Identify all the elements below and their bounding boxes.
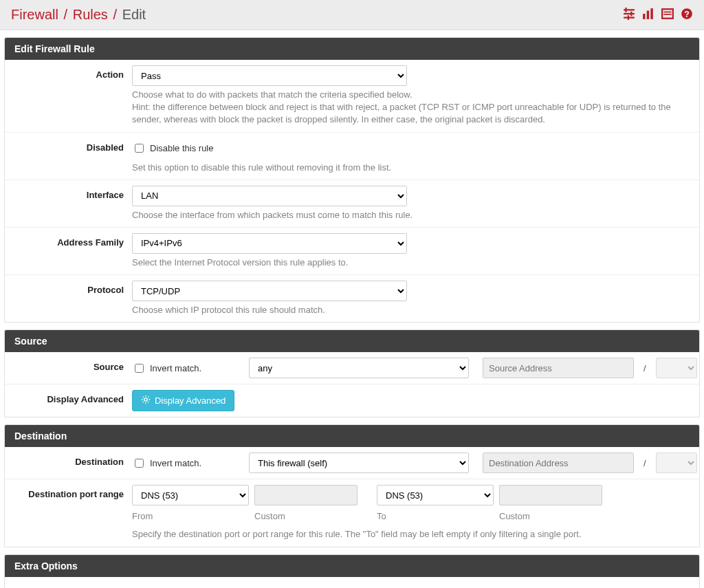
crumb-firewall[interactable]: Firewall — [11, 7, 58, 22]
dport-custom2-sublabel: Custom — [499, 511, 616, 521]
dest-invert-label: Invert match. — [150, 458, 201, 468]
help-disabled: Set this option to disable this rule wit… — [132, 162, 692, 174]
protocol-select[interactable]: TCP/UDP — [132, 281, 407, 301]
help-afamily: Select the Internet Protocol version thi… — [132, 257, 692, 269]
section-extra: Extra Options Log Log packets that are h… — [4, 554, 700, 589]
label-protocol: Protocol — [12, 281, 132, 295]
dport-from-sublabel: From — [132, 511, 249, 521]
svg-rect-5 — [628, 15, 629, 20]
source-type-select[interactable]: any — [249, 358, 469, 378]
slash-sep: / — [644, 458, 646, 468]
dest-mask-select — [656, 453, 697, 473]
label-display-advanced: Display Advanced — [12, 390, 132, 404]
svg-rect-7 — [647, 11, 649, 19]
dest-type-select[interactable]: This firewall (self) — [249, 453, 469, 473]
display-advanced-button[interactable]: Display Advanced — [132, 390, 234, 411]
section-header-extra: Extra Options — [5, 555, 699, 577]
dest-address-input — [483, 453, 634, 473]
label-action: Action — [12, 65, 132, 80]
svg-rect-10 — [663, 12, 671, 13]
slash-sep: / — [644, 363, 646, 373]
section-header-source: Source — [5, 330, 699, 352]
source-invert-label: Invert match. — [150, 363, 201, 373]
svg-rect-4 — [630, 12, 632, 17]
action-select[interactable]: Pass — [132, 65, 407, 86]
dport-to-select[interactable]: DNS (53) — [377, 485, 494, 505]
crumb-edit: Edit — [122, 7, 146, 22]
chart-icon[interactable] — [642, 8, 654, 22]
dport-from-select[interactable]: DNS (53) — [132, 485, 249, 505]
section-destination: Destination Destination Invert match. Th… — [4, 424, 700, 547]
label-interface: Interface — [12, 186, 132, 200]
dport-to-custom-input — [499, 485, 602, 505]
label-dport: Destination port range — [12, 485, 132, 499]
log-icon[interactable] — [661, 8, 674, 22]
source-address-input — [483, 358, 634, 378]
svg-rect-8 — [650, 8, 652, 19]
label-destination: Destination — [12, 453, 132, 467]
section-edit-rule: Edit Firewall Rule Action Pass Choose wh… — [4, 37, 700, 323]
crumb-sep: / — [64, 7, 68, 22]
disable-checkbox[interactable] — [135, 144, 144, 153]
help-action: Choose what to do with packets that matc… — [132, 89, 692, 127]
svg-text:?: ? — [684, 10, 690, 19]
disable-checkbox-label: Disable this rule — [150, 143, 214, 153]
label-log: Log — [12, 582, 132, 589]
dport-custom1-sublabel: Custom — [254, 511, 371, 521]
dport-from-custom-input — [254, 485, 358, 505]
crumb-rules[interactable]: Rules — [73, 7, 108, 22]
display-advanced-button-label: Display Advanced — [155, 395, 226, 406]
svg-rect-6 — [643, 14, 645, 19]
breadcrumb: Firewall / Rules / Edit — [11, 7, 146, 23]
section-header-destination: Destination — [5, 425, 699, 447]
label-source: Source — [12, 358, 132, 372]
afamily-select[interactable]: IPv4+IPv6 — [132, 233, 407, 254]
sliders-icon[interactable] — [623, 8, 635, 22]
section-source: Source Source Invert match. any / Displa… — [4, 329, 700, 417]
crumb-sep: / — [113, 7, 117, 22]
gear-icon — [141, 395, 151, 406]
help-icon[interactable]: ? — [681, 8, 693, 22]
help-interface: Choose the interface from which packets … — [132, 209, 692, 221]
svg-rect-3 — [625, 8, 626, 12]
interface-select[interactable]: LAN — [132, 186, 407, 206]
dport-to-sublabel: To — [377, 511, 494, 521]
svg-point-14 — [144, 398, 147, 401]
dest-invert-checkbox[interactable] — [135, 459, 144, 468]
help-protocol: Choose which IP protocol this rule shoul… — [132, 304, 692, 316]
label-afamily: Address Family — [12, 233, 132, 248]
svg-rect-1 — [624, 13, 635, 14]
svg-rect-11 — [663, 14, 671, 15]
source-invert-checkbox[interactable] — [135, 364, 144, 373]
section-header-edit: Edit Firewall Rule — [5, 38, 699, 60]
help-dport: Specify the destination port or port ran… — [132, 528, 692, 541]
source-mask-select — [656, 358, 697, 378]
label-disabled: Disabled — [12, 138, 132, 153]
